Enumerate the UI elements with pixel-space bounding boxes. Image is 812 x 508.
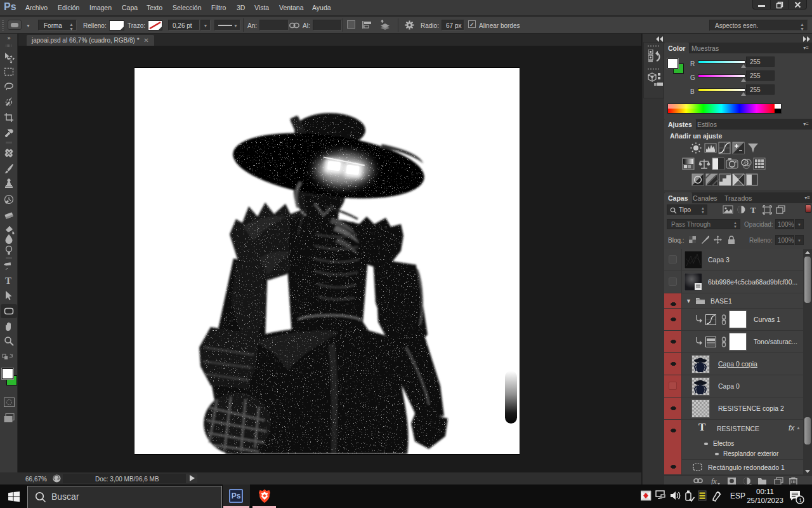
svg-text:T: T <box>750 205 756 215</box>
svg-text:1: 1 <box>799 497 802 504</box>
svg-text:T: T <box>5 276 11 286</box>
